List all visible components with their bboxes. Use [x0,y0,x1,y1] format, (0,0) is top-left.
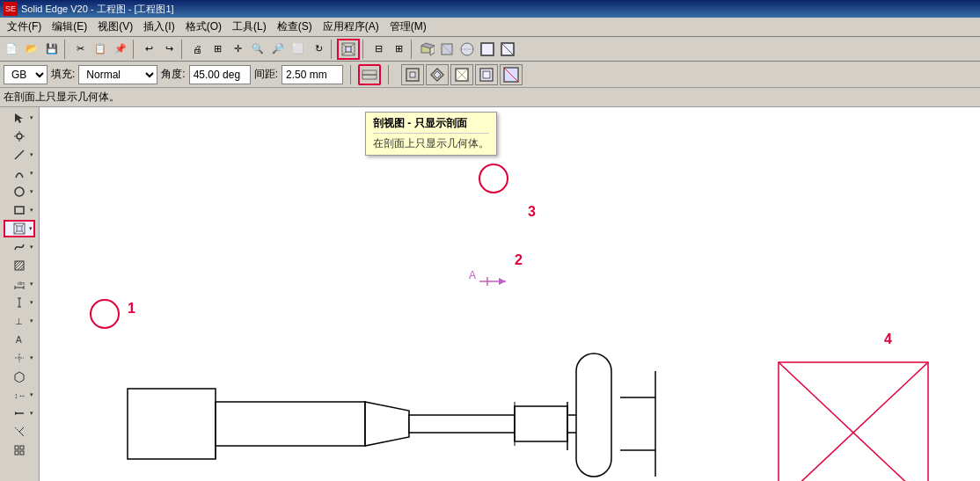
menu-file[interactable]: 文件(F) [2,18,47,36]
view-btn5[interactable] [500,64,523,85]
number-label-2: 2 [515,252,523,268]
tb-snap[interactable]: ✛ [228,40,247,59]
lt-section-cut[interactable]: ▾ [4,220,35,237]
lt-hatch[interactable] [4,257,35,274]
svg-text:↕↔: ↕↔ [14,391,26,400]
lt-point[interactable] [4,128,35,145]
status-bar: 在剖面上只显示几何体。 [0,88,980,107]
tb-paste[interactable]: 📌 [111,40,130,59]
view-btn3[interactable] [450,64,473,85]
tb-display2[interactable]: ⊞ [389,40,408,59]
view-icon-cluster [401,64,523,85]
lt-rect[interactable]: ▾ [4,201,35,219]
lt-dim[interactable]: dim ▾ [4,275,35,293]
svg-marker-20 [434,71,441,78]
number-label-4: 4 [884,332,892,347]
svg-line-62 [19,432,24,436]
lt-spline[interactable]: ▾ [4,238,35,256]
tb-display1[interactable]: ⊟ [369,40,388,59]
tooltip-body: 在剖面上只显示几何体。 [373,136,489,151]
toolbar-sep4 [331,40,334,59]
toolbar1: 📄 📂 💾 ✂ 📋 📌 ↩ ↪ 🖨 ⊞ ✛ 🔍 🔎 ⬜ ↻ ⊟ ⊞ [0,37,980,62]
svg-text:⊥: ⊥ [15,317,23,326]
lt-sym[interactable]: ⊥ ▾ [4,312,35,330]
part-body-mid [216,402,365,446]
section-cut-btn[interactable] [337,39,360,60]
tb-new[interactable]: 📄 [2,40,21,59]
tb-3d1[interactable] [417,40,436,59]
lt-arc[interactable]: ▾ [4,164,35,182]
standard-select[interactable]: GB [4,65,48,84]
menu-view[interactable]: 视图(V) [92,18,138,36]
fill-select[interactable]: Normal [78,65,157,84]
svg-rect-65 [20,446,24,449]
tb-save[interactable]: 💾 [42,40,62,59]
tb-grid[interactable]: ⊞ [208,40,227,59]
svg-line-42 [15,261,20,266]
lt-3d[interactable] [4,368,35,385]
gap-label: 间距: [254,67,278,82]
svg-rect-39 [17,226,22,231]
section-label-a: A [469,269,476,281]
tb-zoom-out[interactable]: 🔎 [268,40,288,59]
tb-3d3[interactable] [457,40,477,59]
lt-misc[interactable]: ▾ [4,404,35,422]
lt-move[interactable]: ↕↔ ▾ [4,386,35,404]
section-arrow-head [499,278,506,285]
view-btn2[interactable] [426,64,449,85]
tb-redo[interactable]: ↪ [159,40,179,59]
svg-line-33 [15,150,24,159]
svg-rect-24 [480,69,493,81]
menu-check[interactable]: 检查(S) [272,18,318,36]
fill-label: 填充: [51,67,75,82]
lt-dim2[interactable]: ▾ [4,294,35,311]
toolbar-sep3 [181,40,185,59]
part-cap [576,353,611,477]
tb-zoom-in[interactable]: 🔍 [248,40,267,59]
gap-input[interactable] [282,65,343,84]
svg-rect-66 [15,451,18,455]
tb-3d2[interactable] [437,40,457,59]
menu-app[interactable]: 应用程序(A) [318,18,384,36]
svg-rect-67 [20,451,24,455]
menu-tools[interactable]: 工具(L) [227,18,272,36]
menu-edit[interactable]: 编辑(E) [47,18,92,36]
status-text: 在剖面上只显示几何体。 [4,90,120,105]
drawing-canvas: A [40,107,980,481]
view-btn4[interactable] [475,64,498,85]
tb-fit[interactable]: ⬜ [289,40,308,59]
tb-rotate[interactable]: ↻ [309,40,328,59]
lt-circle[interactable]: ▾ [4,183,35,200]
svg-point-34 [15,187,24,196]
tb-print[interactable]: 🖨 [187,40,207,59]
menu-format[interactable]: 格式(O) [180,18,227,36]
lt-grid-btn[interactable] [4,441,35,459]
lt-select[interactable]: ▾ [4,109,35,127]
tooltip-title: 剖视图 - 只显示剖面 [373,116,489,134]
tb-undo[interactable]: ↩ [139,40,158,59]
canvas-area: 剖视图 - 只显示剖面 在剖面上只显示几何体。 A [40,107,980,481]
lt-note[interactable]: A [4,331,35,348]
section-display-btn[interactable] [358,64,381,85]
svg-rect-18 [410,72,415,77]
lt-center[interactable]: ▾ [4,349,35,367]
app-icon: SE [4,2,18,16]
view-btn1[interactable] [401,64,424,85]
svg-line-61 [19,427,24,432]
lt-line[interactable]: ▾ [4,146,35,164]
toolbar-sep5 [362,40,366,59]
svg-rect-35 [15,207,24,214]
tb-copy[interactable]: 📋 [91,40,110,59]
tb-3d5[interactable] [498,40,517,59]
lt-trim[interactable] [4,423,35,441]
menu-manage[interactable]: 管理(M) [384,18,432,36]
toolbar2-sep2 [388,65,389,84]
title-text: Solid Edge V20 - 工程图 - [工程图1] [21,3,174,16]
tb-3d4[interactable] [478,40,497,59]
tb-open[interactable]: 📂 [22,40,41,59]
angle-input[interactable] [189,65,251,84]
menu-insert[interactable]: 插入(I) [138,18,179,36]
tb-cut[interactable]: ✂ [70,40,90,59]
svg-line-63 [15,427,19,432]
right-view-box [779,362,928,481]
